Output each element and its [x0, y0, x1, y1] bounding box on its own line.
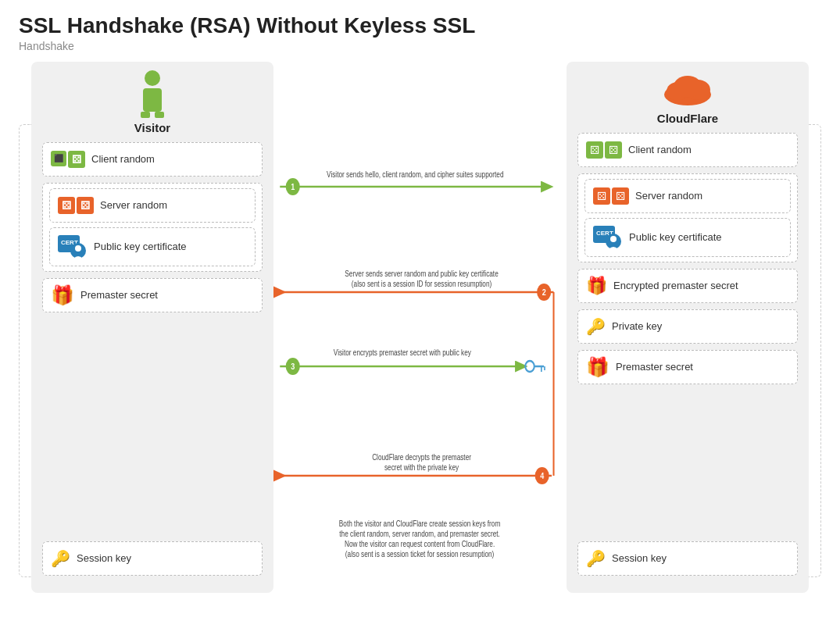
svg-rect-3 — [155, 112, 164, 118]
svg-point-7 — [75, 245, 81, 252]
cf-encrypted-premaster-box: 🎁 Encrypted premaster secret — [577, 269, 798, 303]
svg-text:3: 3 — [291, 362, 295, 371]
cf-client-random-label: Client random — [628, 144, 692, 155]
cf-server-random-box: ⚄ ⚄ Server random — [584, 179, 791, 213]
cf-public-key-cert-label: Public key certificate — [629, 231, 722, 243]
svg-rect-2 — [141, 112, 150, 118]
visitor-session-key-box: 🔑 Session key — [42, 541, 263, 576]
cf-encrypted-premaster-label: Encrypted premaster secret — [613, 280, 738, 291]
key-icon-cf-private: 🔑 — [586, 317, 606, 336]
svg-point-40 — [674, 76, 702, 98]
svg-text:secret with the private key: secret with the private key — [384, 463, 459, 472]
svg-text:the client random, server rand: the client random, server random, and pr… — [339, 530, 500, 538]
page: SSL Handshake (RSA) Without Keyless SSL … — [0, 0, 840, 621]
cf-client-random-box: ⚄ ⚄ Client random — [577, 133, 798, 167]
cf-group-server: ⚄ ⚄ Server random CERT — [577, 173, 798, 262]
center-area: 1 Visitor sends hello, client random, an… — [273, 62, 567, 593]
gift-blue-icon-cf: 🎁 — [586, 276, 607, 296]
visitor-premaster-label: Premaster secret — [80, 289, 158, 301]
visitor-server-random-box: ⚄ ⚄ Server random — [49, 188, 256, 223]
svg-text:Now the visitor can request co: Now the visitor can request content from… — [345, 540, 495, 548]
svg-text:1: 1 — [291, 182, 295, 191]
svg-text:Visitor sends hello, client ra: Visitor sends hello, client random, and … — [327, 170, 503, 179]
visitor-premaster-box: 🎁 Premaster secret — [42, 278, 263, 312]
dice-green-icon: ⬛ ⚄ — [51, 151, 85, 168]
dice-orange-icon-v: ⚄ ⚄ — [58, 197, 94, 214]
visitor-client-random-label: Client random — [91, 153, 155, 165]
svg-text:(also sent is a session ID for: (also sent is a session ID for session r… — [352, 280, 491, 288]
cf-session-key-box: 🔑 Session key — [577, 541, 798, 576]
cert-icon-v: CERT — [58, 234, 88, 260]
visitor-session-key-label: Session key — [77, 552, 131, 564]
dice-orange-icon-cf: ⚄ ⚄ — [593, 187, 629, 205]
cf-server-random-label: Server random — [635, 190, 702, 202]
svg-text:CloudFlare decrypts the premas: CloudFlare decrypts the premaster — [372, 453, 471, 462]
cf-public-key-cert-box: CERT Public key certificate — [584, 218, 791, 257]
visitor-label: Visitor — [134, 121, 170, 134]
gift-icon-cf: 🎁 — [586, 356, 609, 378]
cloudflare-panel: CloudFlare ⚄ ⚄ Client random ⚄ ⚄ Server … — [567, 62, 809, 593]
visitor-icon — [137, 70, 168, 118]
diagram: Visitor ⬛ ⚄ Client random ⚄ ⚄ Server ran… — [19, 62, 821, 593]
svg-point-44 — [610, 236, 617, 242]
cf-private-key-box: 🔑 Private key — [577, 309, 798, 344]
cert-icon-cf: CERT — [593, 224, 623, 251]
svg-point-22 — [525, 361, 534, 372]
svg-text:(also sent is a session ticket: (also sent is a session ticket for sessi… — [345, 550, 494, 559]
cloudflare-label: CloudFlare — [657, 112, 718, 125]
cf-premaster-box: 🎁 Premaster secret — [577, 350, 798, 384]
svg-point-0 — [145, 70, 160, 86]
visitor-public-key-cert-box: CERT Public key certificate — [49, 227, 256, 266]
svg-text:4: 4 — [540, 471, 544, 480]
cf-premaster-label: Premaster secret — [616, 361, 693, 373]
key-icon-v: 🔑 — [51, 549, 70, 568]
visitor-server-random-label: Server random — [100, 199, 167, 211]
visitor-client-random-box: ⬛ ⚄ Client random — [42, 142, 263, 177]
key-icon-cf-session: 🔑 — [586, 549, 606, 568]
svg-text:Both the visitor and CloudFlar: Both the visitor and CloudFlare create s… — [339, 519, 501, 528]
visitor-public-key-cert-label: Public key certificate — [94, 241, 187, 252]
cloudflare-icon — [660, 70, 715, 109]
cf-private-key-label: Private key — [612, 320, 662, 332]
visitor-panel: Visitor ⬛ ⚄ Client random ⚄ ⚄ Server ran… — [31, 62, 273, 593]
svg-text:Server sends server random and: Server sends server random and public ke… — [345, 269, 498, 278]
page-subtitle: Handshake — [19, 40, 821, 52]
dice-green-icon-cf: ⚄ ⚄ — [586, 141, 622, 159]
svg-text:Visitor encrypts premaster sec: Visitor encrypts premaster secret with p… — [334, 348, 471, 357]
svg-text:2: 2 — [542, 287, 546, 297]
page-title: SSL Handshake (RSA) Without Keyless SSL — [19, 14, 821, 38]
visitor-group-server: ⚄ ⚄ Server random CERT — [42, 183, 263, 272]
gift-icon-v: 🎁 — [51, 284, 74, 306]
svg-rect-1 — [143, 88, 162, 112]
arrows-svg: 1 Visitor sends hello, client random, an… — [273, 62, 567, 593]
cf-session-key-label: Session key — [612, 552, 667, 564]
